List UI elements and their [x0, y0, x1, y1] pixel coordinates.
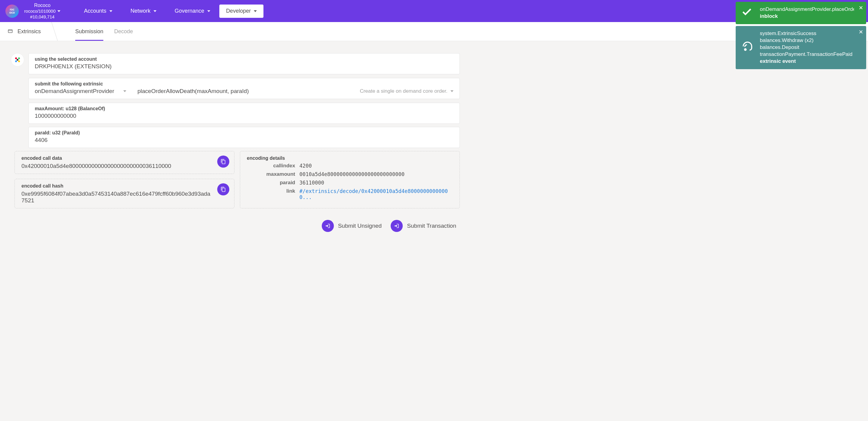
chain-id: rococo/1010000: [24, 8, 60, 14]
account-value: DRKPH0EN1X (EXTENSION): [35, 63, 454, 70]
svg-point-5: [15, 60, 17, 62]
page-content: using the selected account DRKPH0EN1X (E…: [0, 41, 468, 244]
nav-accounts[interactable]: Accounts: [75, 8, 121, 14]
copy-icon: [221, 159, 226, 164]
chain-logo-icon: roc oco: [5, 4, 19, 18]
svg-rect-0: [8, 30, 12, 33]
chevron-down-icon: [153, 10, 156, 12]
chevron-down-icon: [110, 10, 113, 12]
check-icon: [741, 6, 752, 20]
extrinsic-label: submit the following extrinsic: [35, 81, 454, 87]
chevron-down-icon: [254, 10, 257, 12]
nav-governance[interactable]: Governance: [165, 8, 219, 14]
param-maxamount-value: 1000000000000: [35, 112, 454, 119]
submit-icon: [325, 223, 331, 229]
encoding-details-box: encoding details callindex 4200 maxamoun…: [240, 151, 460, 208]
detail-val-maxamount: 0010a5d4e8000000000000000000000000: [300, 171, 453, 177]
close-icon[interactable]: ✕: [859, 4, 863, 11]
nav-network[interactable]: Network: [121, 8, 165, 14]
extrinsic-module: onDemandAssignmentProvider: [35, 88, 114, 95]
detail-key-callindex: callindex: [247, 163, 295, 169]
extrinsics-icon: [7, 28, 13, 34]
detail-key-link: link: [247, 188, 295, 200]
submit-icon: [394, 223, 399, 229]
param-paraid-label: paraId: u32 (ParaId): [35, 130, 454, 136]
svg-point-7: [744, 49, 746, 51]
encoding-details-label: encoding details: [247, 156, 453, 161]
chevron-down-icon: [123, 90, 126, 92]
toast-sub: extrinsic event: [760, 58, 854, 65]
svg-point-6: [18, 60, 20, 62]
param-maxamount[interactable]: maxAmount: u128 (BalanceOf) 100000000000…: [28, 103, 460, 124]
chevron-down-icon: [207, 10, 210, 12]
param-paraid-value: 4406: [35, 137, 454, 143]
assistive-icon: [741, 40, 754, 55]
detail-val-link[interactable]: #/extrinsics/decode/0x42000010a5d4e80000…: [300, 188, 453, 200]
account-avatar-icon: [11, 53, 24, 66]
chain-block: #10,049,714: [24, 14, 60, 20]
tab-decode[interactable]: Decode: [114, 22, 133, 41]
nav-developer[interactable]: Developer: [219, 4, 264, 18]
tab-submission[interactable]: Submission: [75, 22, 103, 41]
brand-block[interactable]: roc oco Rococo rococo/1010000 #10,049,71…: [0, 2, 66, 19]
extrinsic-method: placeOrderAllowDeath(maxAmount, paraId): [137, 88, 249, 95]
toast-event-list: system.ExtrinsicSuccess balances.Withdra…: [760, 30, 854, 58]
chevron-down-icon: [57, 10, 60, 12]
svg-point-2: [15, 57, 17, 59]
toast-events: system.ExtrinsicSuccess balances.Withdra…: [736, 26, 866, 69]
svg-point-4: [17, 59, 19, 61]
encoded-call-data-label: encoded call data: [22, 156, 227, 161]
svg-point-3: [18, 57, 20, 59]
extrinsic-selector[interactable]: submit the following extrinsic onDemandA…: [28, 78, 460, 99]
extrinsic-description: Create a single on demand core order.: [360, 88, 454, 94]
subnav-tabs: Submission Decode: [75, 22, 133, 41]
param-maxamount-label: maxAmount: u128 (BalanceOf): [35, 106, 454, 111]
toast-inblock: onDemandAssignmentProvider.placeOrderAll…: [736, 2, 866, 24]
detail-val-paraid: 36110000: [300, 180, 453, 186]
submit-transaction-button[interactable]: Submit Transaction: [391, 220, 456, 232]
encoded-call-data-value: 0x42000010a5d4e8000000000000000000000003…: [22, 163, 227, 169]
encoded-call-data-box: encoded call data 0x42000010a5d4e8000000…: [14, 151, 235, 174]
copy-call-hash-button[interactable]: [217, 183, 229, 195]
main-nav: Accounts Network Governance Developer: [75, 4, 264, 18]
account-selector[interactable]: using the selected account DRKPH0EN1X (E…: [28, 53, 460, 74]
detail-val-callindex: 4200: [300, 163, 453, 169]
brand-text: Rococo rococo/1010000 #10,049,714: [24, 2, 60, 19]
encoded-call-hash-label: encoded call hash: [22, 183, 227, 189]
chain-name: Rococo: [24, 2, 60, 8]
encoded-call-hash-box: encoded call hash 0xe9995f6084f07abea3d0…: [14, 179, 235, 208]
encoded-call-hash-value: 0xe9995f6084f07abea3d0a57453140a887ec616…: [22, 191, 227, 204]
copy-icon: [221, 187, 226, 192]
toast-title: onDemandAssignmentProvider.placeOrderAll…: [760, 6, 854, 13]
copy-call-data-button[interactable]: [217, 156, 229, 168]
toast-stack: onDemandAssignmentProvider.placeOrderAll…: [736, 2, 866, 69]
param-paraid[interactable]: paraId: u32 (ParaId) 4406: [28, 127, 460, 148]
detail-key-paraid: paraid: [247, 180, 295, 186]
chevron-down-icon: [451, 90, 454, 92]
close-icon[interactable]: ✕: [859, 28, 863, 36]
toast-sub: inblock: [760, 13, 854, 20]
submit-unsigned-button[interactable]: Submit Unsigned: [322, 220, 382, 232]
detail-key-maxamount: maxamount: [247, 171, 295, 177]
account-label: using the selected account: [35, 57, 454, 62]
subnav-title: Extrinsics: [0, 22, 50, 41]
